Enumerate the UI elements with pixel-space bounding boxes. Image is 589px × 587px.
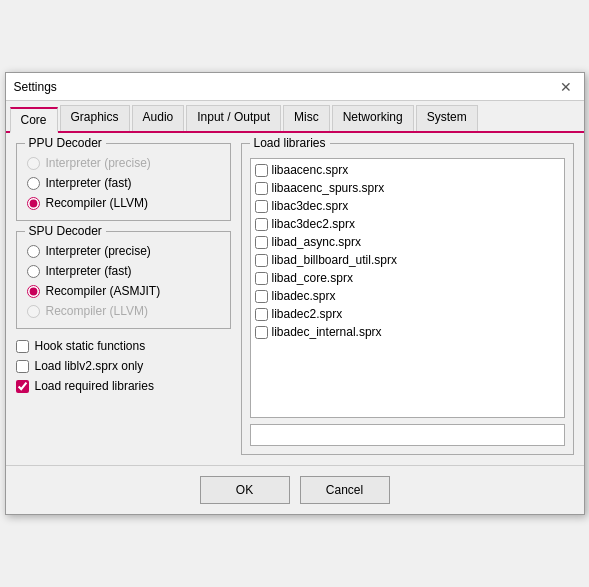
- tab-system[interactable]: System: [416, 105, 478, 131]
- library-item[interactable]: libad_billboard_util.sprx: [253, 251, 562, 269]
- checkbox-item-2[interactable]: Load required libraries: [16, 379, 231, 393]
- spu-decoder-title: SPU Decoder: [25, 224, 106, 238]
- spu-radio-group: Interpreter (precise)Interpreter (fast)R…: [27, 244, 220, 318]
- spu-decoder-group: SPU Decoder Interpreter (precise)Interpr…: [16, 231, 231, 329]
- ppu-decoder-group: PPU Decoder Interpreter (precise)Interpr…: [16, 143, 231, 221]
- title-bar: Settings ✕: [6, 73, 584, 101]
- tab-audio[interactable]: Audio: [132, 105, 185, 131]
- checkbox-section: Hook static functionsLoad liblv2.sprx on…: [16, 339, 231, 393]
- ppu-radio-item-0[interactable]: Interpreter (precise): [27, 156, 220, 170]
- tab-bar: CoreGraphicsAudioInput / OutputMiscNetwo…: [6, 101, 584, 133]
- checkbox-item-0[interactable]: Hook static functions: [16, 339, 231, 353]
- right-panel: Load libraries libaacenc.sprxlibaacenc_s…: [241, 143, 574, 455]
- settings-window: Settings ✕ CoreGraphicsAudioInput / Outp…: [5, 72, 585, 515]
- ok-button[interactable]: OK: [200, 476, 290, 504]
- library-item[interactable]: libadec_internal.sprx: [253, 323, 562, 341]
- spu-radio-item-3[interactable]: Recompiler (LLVM): [27, 304, 220, 318]
- library-item[interactable]: libadec2.sprx: [253, 305, 562, 323]
- library-item[interactable]: libac3dec2.sprx: [253, 215, 562, 233]
- close-button[interactable]: ✕: [556, 77, 576, 97]
- library-search-input[interactable]: [250, 424, 565, 446]
- ppu-decoder-title: PPU Decoder: [25, 136, 106, 150]
- main-content: PPU Decoder Interpreter (precise)Interpr…: [6, 133, 584, 465]
- library-item[interactable]: libaacenc_spurs.sprx: [253, 179, 562, 197]
- libraries-group: Load libraries libaacenc.sprxlibaacenc_s…: [241, 143, 574, 455]
- library-item[interactable]: libaacenc.sprx: [253, 161, 562, 179]
- tab-core[interactable]: Core: [10, 107, 58, 133]
- library-item[interactable]: libad_async.sprx: [253, 233, 562, 251]
- checkbox-item-1[interactable]: Load liblv2.sprx only: [16, 359, 231, 373]
- window-title: Settings: [14, 80, 57, 94]
- footer: OK Cancel: [6, 465, 584, 514]
- library-item[interactable]: libadec.sprx: [253, 287, 562, 305]
- tab-networking[interactable]: Networking: [332, 105, 414, 131]
- tab-graphics[interactable]: Graphics: [60, 105, 130, 131]
- tab-input--output[interactable]: Input / Output: [186, 105, 281, 131]
- spu-radio-item-2[interactable]: Recompiler (ASMJIT): [27, 284, 220, 298]
- library-item[interactable]: libad_core.sprx: [253, 269, 562, 287]
- ppu-radio-group: Interpreter (precise)Interpreter (fast)R…: [27, 156, 220, 210]
- ppu-radio-item-1[interactable]: Interpreter (fast): [27, 176, 220, 190]
- ppu-radio-item-2[interactable]: Recompiler (LLVM): [27, 196, 220, 210]
- library-item[interactable]: libac3dec.sprx: [253, 197, 562, 215]
- tab-misc[interactable]: Misc: [283, 105, 330, 131]
- spu-radio-item-1[interactable]: Interpreter (fast): [27, 264, 220, 278]
- left-panel: PPU Decoder Interpreter (precise)Interpr…: [16, 143, 231, 455]
- libraries-title: Load libraries: [250, 136, 330, 150]
- spu-radio-item-0[interactable]: Interpreter (precise): [27, 244, 220, 258]
- cancel-button[interactable]: Cancel: [300, 476, 390, 504]
- library-list[interactable]: libaacenc.sprxlibaacenc_spurs.sprxlibac3…: [250, 158, 565, 418]
